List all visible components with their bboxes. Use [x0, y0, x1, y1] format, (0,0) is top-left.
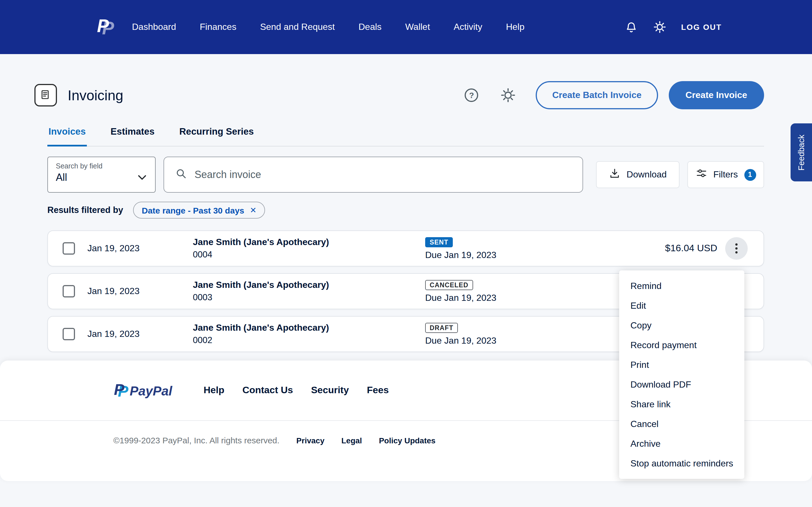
svg-text:P: P — [114, 381, 124, 398]
filters-count-badge: 1 — [744, 169, 756, 180]
nav-help[interactable]: Help — [506, 22, 524, 32]
page-header: Invoicing Create Batch Invoice Create In… — [47, 81, 764, 109]
filters-sliders-icon — [696, 168, 707, 181]
invoicing-settings-gear-icon[interactable] — [501, 88, 516, 103]
menu-item-print[interactable]: Print — [619, 355, 744, 375]
results-filter-bar: Results filtered by Date range - Past 30… — [47, 202, 764, 219]
invoice-due-date: Due Jan 19, 2023 — [425, 293, 611, 303]
download-icon — [609, 168, 620, 181]
invoice-due-date: Due Jan 19, 2023 — [425, 250, 611, 260]
row-checkbox[interactable] — [63, 285, 75, 297]
invoice-number: 0003 — [193, 292, 425, 302]
footer-link-privacy[interactable]: Privacy — [296, 436, 324, 445]
status-badge: DRAFT — [425, 323, 458, 333]
menu-item-stop-automatic-reminders[interactable]: Stop automatic reminders — [619, 453, 744, 473]
status-badge: CANCELED — [425, 280, 473, 290]
chevron-down-icon — [138, 172, 147, 182]
invoice-date: Jan 19, 2023 — [87, 243, 193, 253]
tab-estimates[interactable]: Estimates — [109, 125, 156, 146]
top-navbar: P P Dashboard Finances Send and Request … — [0, 0, 812, 54]
paypal-invoicing-app: P P Dashboard Finances Send and Request … — [0, 0, 812, 507]
page-title: Invoicing — [68, 87, 123, 103]
copyright-text: ©1999-2023 PayPal, Inc. All rights reser… — [113, 436, 280, 445]
invoice-customer: Jane Smith (Jane's Apothecary) — [193, 280, 425, 290]
menu-item-cancel[interactable]: Cancel — [619, 414, 744, 434]
svg-text:P: P — [97, 16, 109, 36]
nav-activity[interactable]: Activity — [454, 22, 482, 32]
search-invoice-input[interactable] — [195, 169, 571, 180]
search-by-field-value: All — [56, 172, 147, 184]
tab-invoices[interactable]: Invoices — [47, 125, 87, 146]
date-range-chip-label: Date range - Past 30 days — [142, 205, 245, 215]
paypal-logo[interactable]: P P PayPal — [113, 381, 180, 400]
footer-link-security[interactable]: Security — [311, 385, 349, 396]
invoicing-document-icon — [35, 84, 57, 107]
filters-button[interactable]: Filters 1 — [688, 161, 764, 188]
footer-link-legal[interactable]: Legal — [342, 436, 362, 445]
footer-link-policy-updates[interactable]: Policy Updates — [379, 436, 436, 445]
help-question-icon[interactable] — [465, 89, 478, 102]
nav-finances[interactable]: Finances — [200, 22, 237, 32]
tab-recurring-series[interactable]: Recurring Series — [178, 125, 255, 146]
nav-dashboard[interactable]: Dashboard — [132, 22, 176, 32]
invoicing-tabs: Invoices Estimates Recurring Series — [47, 125, 764, 147]
menu-item-share-link[interactable]: Share link — [619, 394, 744, 414]
notifications-bell-icon[interactable] — [625, 20, 638, 34]
invoice-amount: $16.04 USD — [665, 243, 717, 254]
footer-links: Help Contact Us Security Fees — [204, 385, 389, 396]
svg-text:PayPal: PayPal — [130, 384, 172, 398]
download-button[interactable]: Download — [596, 161, 680, 188]
invoice-row-0004: Jan 19, 2023 Jane Smith (Jane's Apotheca… — [47, 230, 764, 267]
search-toolbar: Search by field All — [47, 157, 764, 193]
filters-label: Filters — [713, 170, 738, 180]
search-icon — [175, 168, 187, 181]
remove-filter-icon[interactable] — [250, 206, 256, 214]
logout-button[interactable]: LOG OUT — [681, 22, 722, 32]
header-actions: Create Batch Invoice Create Invoice — [465, 81, 764, 109]
nav-right-controls: LOG OUT — [625, 20, 722, 34]
status-badge: SENT — [425, 237, 453, 247]
paypal-monogram-icon[interactable]: P P — [95, 15, 118, 40]
download-label: Download — [626, 170, 666, 180]
menu-item-archive[interactable]: Archive — [619, 434, 744, 453]
search-by-field-label: Search by field — [56, 162, 147, 170]
footer-link-contact-us[interactable]: Contact Us — [243, 385, 293, 396]
row-actions-kebab-button[interactable] — [725, 237, 748, 260]
nav-send-and-request[interactable]: Send and Request — [260, 22, 335, 32]
search-invoice-box — [163, 157, 583, 193]
main-nav: Dashboard Finances Send and Request Deal… — [132, 22, 524, 32]
invoice-customer: Jane Smith (Jane's Apothecary) — [193, 323, 425, 333]
menu-item-record-payment[interactable]: Record payment — [619, 335, 744, 355]
nav-deals[interactable]: Deals — [359, 22, 382, 32]
kebab-icon — [735, 247, 738, 249]
settings-gear-icon[interactable] — [653, 20, 666, 34]
create-invoice-button[interactable]: Create Invoice — [668, 81, 764, 109]
row-checkbox[interactable] — [63, 328, 75, 340]
row-checkbox[interactable] — [63, 242, 75, 255]
invoice-date: Jan 19, 2023 — [87, 286, 193, 296]
search-by-field-select[interactable]: Search by field All — [47, 157, 156, 193]
footer-link-help[interactable]: Help — [204, 385, 224, 396]
invoice-number: 0004 — [193, 249, 425, 260]
menu-item-edit[interactable]: Edit — [619, 296, 744, 316]
feedback-tab[interactable]: Feedback — [791, 123, 812, 181]
feedback-label: Feedback — [797, 134, 806, 170]
menu-item-download-pdf[interactable]: Download PDF — [619, 375, 744, 394]
invoice-actions-menu: Remind Edit Copy Record payment Print Do… — [619, 270, 744, 479]
invoice-number: 0002 — [193, 335, 425, 345]
menu-item-remind[interactable]: Remind — [619, 276, 744, 296]
date-range-filter-chip[interactable]: Date range - Past 30 days — [133, 202, 265, 219]
invoice-customer: Jane Smith (Jane's Apothecary) — [193, 237, 425, 247]
menu-item-copy[interactable]: Copy — [619, 316, 744, 335]
create-batch-invoice-button[interactable]: Create Batch Invoice — [536, 81, 658, 109]
nav-wallet[interactable]: Wallet — [405, 22, 430, 32]
footer-link-fees[interactable]: Fees — [367, 385, 389, 396]
invoice-date: Jan 19, 2023 — [87, 329, 193, 339]
invoice-due-date: Due Jan 19, 2023 — [425, 335, 611, 346]
results-filtered-by-label: Results filtered by — [47, 205, 123, 215]
